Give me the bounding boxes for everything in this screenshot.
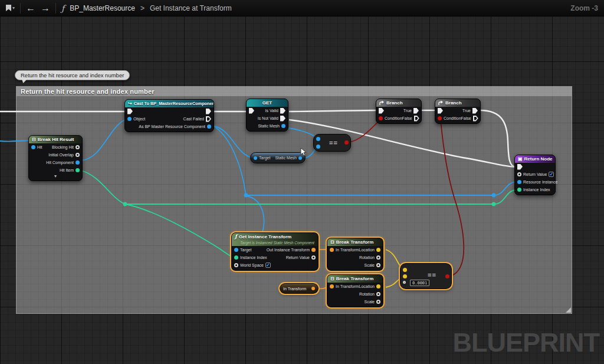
pin-condition[interactable] — [438, 116, 442, 120]
toolbar: ▾ ← → ƒ BP_MasterResource > Get Instance… — [0, 0, 604, 17]
node-return[interactable]: ▣ Return Node Return Value✓ Resource Ins… — [514, 155, 556, 195]
pin-eq-output[interactable] — [344, 140, 349, 145]
breadcrumb-separator-icon: > — [140, 4, 145, 12]
expand-chevron-icon[interactable]: ▾ — [29, 174, 82, 179]
pin-target[interactable] — [234, 248, 238, 252]
node-branch-1[interactable]: Branch True Condition False — [376, 99, 422, 124]
forward-button[interactable]: → — [41, 4, 50, 13]
node-cast-to-bp-masterresourcecomponent[interactable]: ↪ Cast To BP_MasterResourceComponent Obj… — [124, 99, 214, 132]
breadcrumb-current[interactable]: Get Instance at Transform — [150, 4, 232, 12]
node-get-instance-transform[interactable]: ƒ Get Instance Transform Target is Insta… — [231, 232, 319, 271]
pin-scale[interactable] — [376, 300, 380, 304]
pin-out-instance-transform[interactable] — [311, 248, 316, 252]
pin-instance-index[interactable] — [234, 255, 238, 260]
pin-in-transform-out[interactable] — [311, 287, 315, 290]
exec-out-pin[interactable] — [206, 109, 211, 114]
back-button[interactable]: ← — [26, 4, 35, 13]
blueprint-editor: Return the hit resource and index number… — [0, 0, 604, 364]
zoom-level-label: Zoom -3 — [570, 4, 598, 12]
node-header: ↪ Cast To BP_MasterResourceComponent — [125, 100, 214, 107]
pin-true[interactable] — [413, 108, 419, 114]
comment-title[interactable]: Return the hit resource and index number — [17, 87, 572, 96]
pin-static-mesh[interactable] — [281, 124, 285, 128]
pin-eq-input-b[interactable] — [316, 145, 320, 149]
pin-hit-item[interactable] — [76, 168, 80, 172]
pin-instance-index[interactable] — [517, 188, 521, 192]
branch-icon — [438, 100, 444, 106]
node-header: ƒ Get Instance Transform Target is Insta… — [232, 233, 318, 246]
pin-eq-input-a[interactable] — [316, 137, 320, 141]
bookmark-icon — [6, 5, 11, 11]
node-in-transform-input[interactable]: In Transform — [280, 283, 319, 294]
pin-is-valid[interactable] — [280, 108, 285, 114]
node-branch-2[interactable]: Branch True Condition False — [435, 99, 481, 124]
break-struct-icon: ⊟ — [330, 277, 334, 281]
node-break-transform-2[interactable]: ⊟ Break Transform In Transform Location … — [327, 274, 383, 307]
pin-false[interactable] — [414, 116, 419, 122]
pin-in-transform[interactable] — [330, 248, 334, 252]
world-space-checkbox[interactable]: ✓ — [265, 263, 271, 268]
pin-in-transform[interactable] — [330, 284, 334, 288]
node-break-transform-1[interactable]: ⊟ Break Transform In Transform Location … — [327, 238, 383, 271]
equals-symbol: == — [329, 139, 338, 146]
toolbar-divider — [55, 3, 56, 14]
toolbar-divider — [20, 3, 21, 14]
pin-blocking-hit[interactable] — [76, 145, 80, 149]
pin-cast-failed[interactable] — [206, 116, 211, 122]
pin-resource-instance[interactable] — [517, 180, 521, 184]
pin-object[interactable] — [127, 117, 132, 121]
pin-hit-component[interactable] — [76, 160, 80, 165]
pin-return-value[interactable] — [517, 172, 521, 176]
node-equal-object[interactable]: == — [313, 134, 351, 152]
pin-is-not-valid[interactable] — [280, 116, 285, 122]
exec-in-pin[interactable] — [249, 108, 254, 114]
pin-false[interactable] — [473, 116, 478, 122]
node-header: Branch — [376, 99, 421, 107]
pin-initial-overlap[interactable] — [76, 153, 80, 157]
breadcrumb-root[interactable]: BP_MasterResource — [70, 4, 135, 12]
comment-resize-handle[interactable] — [566, 307, 571, 313]
pin-error-tolerance[interactable] — [403, 281, 406, 284]
comment-tooltip: Return the hit resource and index number — [15, 70, 130, 80]
mouse-cursor-icon — [300, 147, 308, 157]
blueprint-watermark: BLUEPRINT — [453, 327, 600, 358]
pin-return-value[interactable] — [311, 255, 316, 260]
return-icon: ▣ — [518, 157, 523, 162]
node-header: Branch — [435, 99, 480, 107]
function-icon: ƒ — [235, 234, 237, 240]
pin-world-space[interactable] — [234, 263, 238, 267]
pin-location[interactable] — [376, 248, 380, 252]
pin-condition[interactable] — [379, 116, 383, 120]
node-equal-vector[interactable]: == 0.0001 — [400, 263, 452, 289]
return-value-checkbox[interactable]: ✓ — [549, 172, 554, 177]
node-break-hit-result[interactable]: ⊟ Break Hit Result Hit Blocking Hit Init… — [28, 135, 83, 181]
node-header: ⊟ Break Transform — [327, 238, 383, 246]
pin-hit[interactable] — [31, 145, 35, 149]
node-header: GET — [247, 99, 288, 107]
node-header: ▣ Return Node — [515, 155, 555, 163]
pin-as-component[interactable] — [207, 124, 211, 129]
comment-box[interactable]: Return the hit resource and index number — [16, 86, 572, 314]
node-get-static-mesh-compact[interactable]: Target Static Mesh — [250, 152, 306, 163]
exec-in-pin[interactable] — [438, 108, 443, 114]
pin-target[interactable] — [254, 156, 257, 160]
pin-eq-input-b[interactable] — [403, 274, 407, 278]
pin-eq-input-a[interactable] — [403, 268, 407, 272]
pin-true[interactable] — [472, 108, 478, 114]
exec-in-pin[interactable] — [517, 164, 523, 170]
pin-rotation[interactable] — [376, 292, 380, 296]
exec-in-pin[interactable] — [379, 108, 384, 114]
bookmarks-button[interactable]: ▾ — [6, 5, 15, 11]
exec-in-pin[interactable] — [127, 109, 133, 114]
node-header: ⊟ Break Transform — [327, 275, 383, 283]
node-get-validated[interactable]: GET Is Valid Is Not Valid Static Mesh — [246, 99, 288, 132]
pin-location[interactable] — [376, 284, 380, 288]
break-struct-icon: ⊟ — [32, 137, 36, 142]
pin-scale[interactable] — [376, 263, 380, 267]
error-tolerance-field[interactable]: 0.0001 — [410, 280, 429, 286]
chevron-down-icon: ▾ — [12, 5, 15, 11]
node-header: ⊟ Break Hit Result — [29, 136, 82, 143]
break-struct-icon: ⊟ — [330, 240, 334, 245]
pin-rotation[interactable] — [376, 255, 380, 260]
pin-eq-output[interactable] — [445, 274, 449, 278]
